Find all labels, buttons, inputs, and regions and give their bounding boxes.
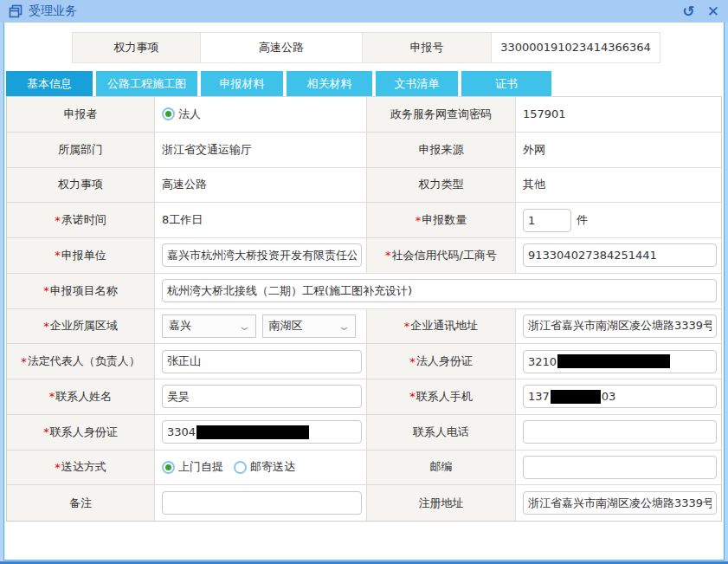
contact-id-input[interactable]: 3304 [162,420,362,444]
value-promise-time: 8工作日 [155,203,367,238]
title-bar: 受理业务 ↺ ✕ [0,0,728,23]
window-icon [9,4,23,18]
content-area: 权力事项 高速公路 申报号 330000191023414366364 基本信息… [3,23,725,561]
required-mark: * [55,249,61,262]
field-value: 8工作日 [162,212,203,228]
city-select[interactable]: 嘉兴 ⌄ [162,314,256,338]
registered-address-input[interactable] [523,491,717,515]
radio-label: 邮寄送达 [250,459,295,475]
legal-person-id-input[interactable]: 3210 [523,350,717,373]
tab-bar: 基本信息 公路工程施工图 申报材料 相关材料 文书清单 证书 [6,71,724,96]
id-prefix: 3304 [167,425,196,438]
form-row: * 承诺时间 8工作日 * 申报数量 件 [7,203,721,238]
value-project-name [155,274,721,309]
field-value: 其他 [523,177,545,192]
label-delivery-method: * 送达方式 [7,451,155,486]
field-label: 社会信用代码/工商号 [392,248,497,263]
contact-mobile-input[interactable]: 137 03 [523,385,717,408]
id-prefix: 3210 [528,355,557,368]
field-label: 申报者 [64,107,98,122]
field-label: 承诺时间 [61,212,106,228]
label-declare-unit: * 申报单位 [7,238,155,274]
header-cell-declare-no-value: 330000191023414366364 [491,32,660,63]
refresh-icon[interactable]: ↺ [683,4,695,19]
declare-unit-input[interactable] [162,243,362,267]
required-mark: * [385,249,391,262]
dialog-window: 受理业务 ↺ ✕ 权力事项 高速公路 申报号 33000019102341436… [0,0,728,564]
contact-phone-input[interactable] [523,420,717,444]
label-contact-phone: 联系人电话 [367,415,516,451]
value-credit-code [516,238,721,274]
required-mark: * [409,355,416,368]
form-row: 备注 注册地址 [7,485,721,521]
form-row: 申报者 法人 政务服务网查询密码 157901 [7,97,721,133]
form-table: 申报者 法人 政务服务网查询密码 157901 所属部门 浙江省交通运输厅 申报… [6,96,722,522]
required-mark: * [49,390,55,403]
district-select[interactable]: 南湖区 ⌄ [262,314,357,338]
field-label: 政务服务网查询密码 [390,107,492,122]
field-label: 申报来源 [419,142,464,158]
tab-basic-info[interactable]: 基本信息 [6,71,93,96]
label-applicant-type: 申报者 [7,97,155,133]
header-cell-power-item: 权力事项 [72,32,201,63]
radio-label: 上门自提 [178,459,223,475]
label-project-name: * 申报项目名称 [7,274,155,309]
value-remarks [155,485,367,521]
required-mark: * [43,320,49,333]
radio-self-pickup[interactable] [162,461,175,474]
value-query-password: 157901 [516,97,721,133]
field-label: 申报单位 [61,248,106,263]
label-registered-address: 注册地址 [367,485,516,521]
tab-document-list[interactable]: 文书清单 [376,71,458,96]
label-query-password: 政务服务网查询密码 [367,97,516,133]
value-legal-person-id: 3210 [516,344,721,379]
remarks-input[interactable] [162,491,362,515]
label-declare-source: 申报来源 [367,133,516,168]
project-name-input[interactable] [162,279,717,302]
radio-label: 法人 [178,107,201,122]
required-mark: * [416,214,422,227]
radio-mail-delivery[interactable] [234,461,247,474]
label-power-type: 权力类型 [367,168,516,204]
close-icon[interactable]: ✕ [707,4,719,19]
required-mark: * [43,284,49,297]
header-cell-power-value: 高速公路 [200,32,363,63]
value-power-item: 高速公路 [155,168,367,204]
contact-name-input[interactable] [162,385,362,408]
tab-declare-materials[interactable]: 申报材料 [201,71,283,96]
mobile-suffix: 03 [602,390,616,403]
tab-related-materials[interactable]: 相关材料 [287,71,372,96]
label-power-item: 权力事项 [7,168,155,204]
required-mark: * [404,320,410,333]
required-mark: * [409,390,416,403]
label-enterprise-address: * 企业通讯地址 [367,309,516,345]
tab-certificate[interactable]: 证书 [461,71,551,96]
credit-code-input[interactable] [523,243,717,267]
field-label: 注册地址 [419,496,464,511]
city-select-value: 嘉兴 [169,318,191,334]
label-credit-code: * 社会信用代码/工商号 [367,238,516,274]
field-label: 联系人电话 [413,425,469,440]
field-label: 联系人姓名 [55,389,112,405]
value-enterprise-address [516,309,721,345]
value-declare-quantity: 件 [516,203,721,238]
field-label: 申报数量 [422,212,467,228]
label-postcode: 邮编 [367,451,516,486]
value-delivery-method: 上门自提 邮寄送达 [155,451,367,486]
value-contact-mobile: 137 03 [516,379,721,415]
redaction-bar [557,354,670,368]
form-row: * 联系人姓名 * 联系人手机 137 03 [7,379,721,415]
quantity-input[interactable] [523,209,571,232]
tab-construction-drawing[interactable]: 公路工程施工图 [96,71,197,96]
value-contact-id: 3304 [155,415,367,451]
field-label: 送达方式 [61,459,106,475]
form-row: * 申报单位 * 社会信用代码/工商号 [7,238,721,274]
postcode-input[interactable] [523,456,717,479]
label-declare-quantity: * 申报数量 [367,203,516,238]
legal-representative-input[interactable] [162,350,362,373]
label-remarks: 备注 [7,485,155,521]
radio-legal-person[interactable] [162,107,175,120]
form-row: * 联系人身份证 3304 联系人电话 [7,415,721,451]
field-label: 法定代表人（负责人） [28,353,140,369]
enterprise-address-input[interactable] [523,314,717,338]
